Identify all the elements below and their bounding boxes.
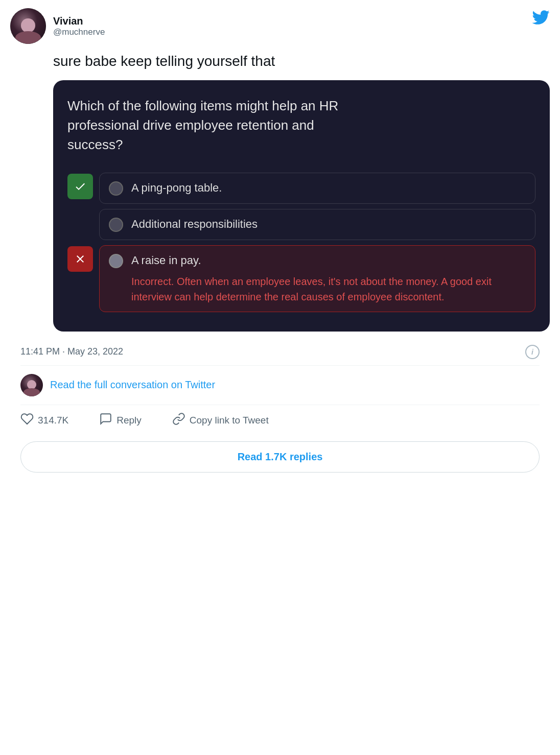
tweet-header: Vivian @muchnerve [10, 8, 550, 44]
radio-a [109, 181, 123, 196]
option-label-a: A ping-pong table. [131, 180, 526, 196]
avatar-small [20, 374, 43, 396]
quiz-question: Which of the following items might help … [67, 97, 354, 154]
option-content-a: A ping-pong table. [131, 180, 526, 196]
correct-badge [67, 174, 93, 199]
action-bar: 314.7K Reply Copy link to Tweet [10, 405, 550, 436]
avatar-image [10, 8, 46, 44]
read-conversation: Read the full conversation on Twitter [10, 366, 550, 405]
read-replies-button[interactable]: Read 1.7K replies [20, 441, 540, 473]
reply-icon [99, 412, 112, 429]
user-name: Vivian [53, 15, 105, 27]
option-label-b: Additional responsibilities [131, 217, 526, 232]
option-box-a: A ping-pong table. [99, 173, 535, 204]
info-icon[interactable]: i [525, 345, 540, 359]
incorrect-badge [67, 246, 93, 272]
user-info: Vivian @muchnerve [53, 15, 105, 37]
avatar[interactable] [10, 8, 46, 44]
empty-badge-b [67, 210, 93, 235]
option-label-c: A raise in pay. [131, 253, 526, 269]
twitter-bird-icon[interactable] [531, 8, 550, 30]
reply-action[interactable]: Reply [99, 412, 142, 429]
copy-link-icon [172, 412, 185, 429]
option-row-c: A raise in pay. Incorrect. Often when an… [67, 245, 535, 312]
radio-c [109, 254, 123, 268]
option-content-c: A raise in pay. Incorrect. Often when an… [131, 253, 526, 304]
quiz-options: A ping-pong table. Additional responsibi… [67, 173, 535, 317]
copy-link-label: Copy link to Tweet [190, 415, 269, 426]
like-count: 314.7K [38, 415, 68, 426]
option-content-b: Additional responsibilities [131, 217, 526, 232]
tweet-card: Vivian @muchnerve sure babe keep telling… [0, 0, 560, 755]
copy-link-action[interactable]: Copy link to Tweet [172, 412, 269, 429]
option-box-b: Additional responsibilities [99, 209, 535, 240]
option-feedback-c: Incorrect. Often when an employee leaves… [131, 274, 526, 304]
user-handle: @muchnerve [53, 27, 105, 37]
like-action[interactable]: 314.7K [20, 412, 68, 429]
option-box-c: A raise in pay. Incorrect. Often when an… [99, 245, 535, 312]
tweet-text: sure babe keep telling yourself that [10, 51, 550, 71]
quiz-container: Which of the following items might help … [53, 80, 550, 331]
option-row-b: Additional responsibilities [67, 209, 535, 240]
tweet-header-left: Vivian @muchnerve [10, 8, 105, 44]
option-row-a: A ping-pong table. [67, 173, 535, 204]
like-icon [20, 412, 34, 429]
tweet-timestamp: 11:41 PM · May 23, 2022 [20, 346, 123, 357]
read-full-conversation-link[interactable]: Read the full conversation on Twitter [50, 379, 215, 391]
reply-label: Reply [116, 415, 142, 426]
radio-b [109, 218, 123, 232]
tweet-meta: 11:41 PM · May 23, 2022 i [10, 339, 550, 365]
